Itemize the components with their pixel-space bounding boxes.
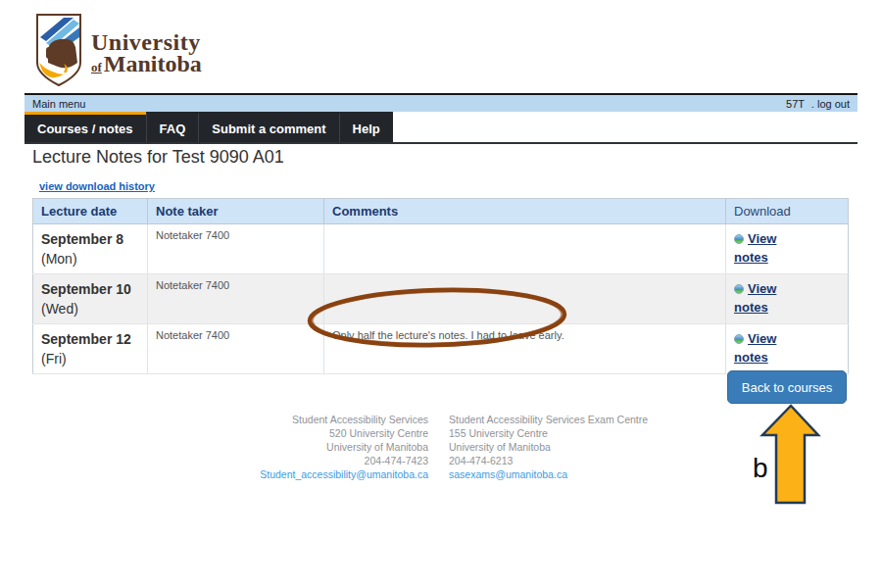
view-notes-link[interactable]: View notes xyxy=(734,329,793,367)
tab-strip: Courses / notes FAQ Submit a comment Hel… xyxy=(24,112,393,142)
page-title: Lecture Notes for Test 9090 A01 xyxy=(32,147,284,168)
footer-line: University of Manitoba xyxy=(232,440,428,454)
note-taker-cell: Notetaker 7400 xyxy=(148,324,324,374)
username-label: 57T xyxy=(786,98,805,110)
up-arrow-annotation xyxy=(759,404,821,506)
notes-file-icon xyxy=(734,284,744,294)
back-to-courses-button[interactable]: Back to courses xyxy=(727,370,847,404)
comments-cell xyxy=(324,224,726,274)
notes-file-icon xyxy=(734,234,744,244)
lecture-date-cell: September 10 (Wed) xyxy=(33,274,148,324)
column-header-comments: Comments xyxy=(324,199,726,224)
main-menu-link[interactable]: Main menu xyxy=(32,98,85,110)
logout-link[interactable]: log out xyxy=(817,98,850,110)
footer-phone: 204-474-6213 xyxy=(449,454,684,467)
um-crest-icon xyxy=(34,12,83,88)
tab-submit-comment[interactable]: Submit a comment xyxy=(198,112,338,142)
download-cell: View notes xyxy=(726,274,849,324)
main-menu-bar: Main menu 57T . log out xyxy=(24,93,858,112)
footer-accessibility-services: Student Accessibility Services 520 Unive… xyxy=(232,413,428,481)
tab-help[interactable]: Help xyxy=(339,112,393,142)
comment-circle-annotation xyxy=(303,281,571,353)
notes-file-icon xyxy=(734,334,744,344)
university-of-manitoba-logo: University ofManitoba xyxy=(34,12,202,88)
user-session-area: 57T . log out xyxy=(782,98,850,110)
footer-exam-centre: Student Accessibility Services Exam Cent… xyxy=(449,413,684,481)
logo-wordmark: University ofManitoba xyxy=(91,31,202,78)
tab-courses-notes[interactable]: Courses / notes xyxy=(24,112,146,142)
view-notes-link[interactable]: View notes xyxy=(734,279,793,317)
footer-line: Student Accessibility Services xyxy=(232,413,428,426)
separator-dot: . xyxy=(811,98,814,110)
note-taker-cell: Notetaker 7400 xyxy=(148,224,324,274)
navigation-tab-bar: Courses / notes FAQ Submit a comment Hel… xyxy=(24,112,858,144)
download-cell: View notes xyxy=(726,324,849,374)
lecture-date-cell: September 8 (Mon) xyxy=(33,224,148,274)
footer-email-link[interactable]: Student_accessibility@umanitoba.ca xyxy=(260,468,428,480)
column-header-lecture-date: Lecture date xyxy=(33,199,148,224)
tab-faq[interactable]: FAQ xyxy=(146,112,199,142)
footer-line: 520 University Centre xyxy=(232,426,428,440)
column-header-note-taker: Note taker xyxy=(148,199,324,224)
table-header-row: Lecture date Note taker Comments Downloa… xyxy=(33,199,849,224)
download-cell: View notes xyxy=(726,224,849,274)
column-header-download: Download xyxy=(726,199,849,224)
lecture-date-cell: September 12 (Fri) xyxy=(33,324,148,374)
logo-line2: ofManitoba xyxy=(91,53,202,78)
annotation-label-b: b xyxy=(753,453,768,484)
view-download-history-link[interactable]: view download history xyxy=(39,180,155,192)
view-notes-link[interactable]: View notes xyxy=(734,229,793,267)
footer-line: Student Accessibility Services Exam Cent… xyxy=(449,413,684,426)
note-taker-cell: Notetaker 7400 xyxy=(148,274,324,324)
footer-line: 155 University Centre xyxy=(449,426,684,440)
footer-phone: 204-474-7423 xyxy=(232,454,428,467)
footer-email-link[interactable]: sasexams@umanitoba.ca xyxy=(449,468,567,480)
footer-line: University of Manitoba xyxy=(449,440,684,454)
table-row: September 8 (Mon) Notetaker 7400 View no… xyxy=(33,224,849,274)
logo-line1: University xyxy=(91,31,202,53)
